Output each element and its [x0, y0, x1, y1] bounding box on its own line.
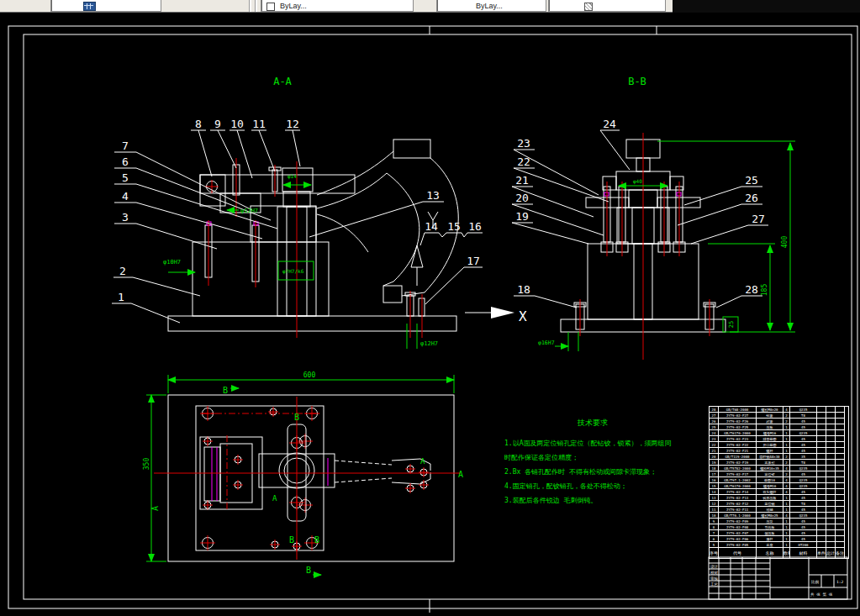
bom-cell: JY79-02-F22 [719, 442, 757, 448]
dim-plan-height: 350 [143, 458, 150, 471]
bom-cell: 1 [783, 436, 790, 442]
bom-cell [826, 530, 836, 536]
bom-header-name: 名称 [757, 548, 783, 558]
technical-note-line: 3.装配后各件锐边 毛刺倒钝。 [504, 493, 685, 508]
bom-cell: 15 [710, 483, 719, 489]
callout-10: 10 [230, 118, 244, 130]
bom-cell [817, 483, 826, 489]
bom-cell [836, 536, 845, 542]
bom-cell [836, 471, 845, 477]
bom-cell: 16 [710, 477, 719, 483]
bom-cell: 12 [710, 501, 719, 507]
bom-cell: JY79-02-F21 [719, 448, 757, 454]
bom-cell: HT200 [790, 542, 817, 548]
bom-cell [817, 436, 826, 442]
bom-header-qty: 数量 [783, 548, 790, 558]
bom-cell [836, 466, 845, 471]
bom-cell: 2 [783, 471, 790, 477]
bom-cell: 24 [710, 430, 719, 436]
plan-mark-a-left: A [150, 506, 160, 511]
callout-4: 4 [122, 190, 129, 203]
callout-25: 25 [745, 174, 758, 187]
bom-cell: 18 [710, 466, 719, 471]
bom-cell: 1 [783, 501, 790, 507]
dim-arm-dia: φ14 [288, 173, 297, 180]
bom-cell: JY79-02-F25 [719, 424, 757, 430]
bom-cell [817, 448, 826, 454]
bom-row: 12JY79-02-F12定位销1T8 [710, 501, 848, 507]
bom-cell: JY79-02-F11 [719, 507, 757, 513]
bom-cell: JY79-02-F26 [719, 419, 757, 424]
bom-cell: JY79-02-F12 [719, 501, 757, 507]
bom-cell: 1 [783, 536, 790, 542]
bom-cell [826, 430, 836, 436]
bom-cell [836, 407, 845, 413]
title-block-sheet-label: 共 张 第 张 [810, 592, 833, 597]
bom-cell [826, 413, 836, 419]
bom-cell: 21 [710, 448, 719, 454]
bom-cell [826, 501, 836, 507]
bom-cell [826, 477, 836, 483]
title-block-audit-label: 审核 [710, 577, 719, 581]
bom-cell: JY79-02-F06 [719, 536, 757, 542]
bom-cell [817, 489, 826, 495]
bom-cell [817, 542, 826, 548]
bom-row: 26JY79-02-F26衬套245 [710, 419, 848, 424]
dim-total-height: 400 [781, 236, 789, 249]
callout-9: 9 [214, 118, 221, 130]
plan-mark-b-inner-bottom: B [289, 535, 294, 545]
bom-cell [836, 530, 845, 536]
bom-cell [817, 419, 826, 424]
bom-cell [817, 477, 826, 483]
bom-cell [836, 542, 845, 548]
bom-row: 25JY79-02-F25压板145 [710, 424, 848, 430]
bom-cell [826, 524, 836, 530]
plan-mark-b-inner-top: B [294, 413, 299, 422]
bom-cell [826, 407, 836, 413]
bom-cell: 45 [790, 471, 817, 477]
bom-cell [836, 519, 845, 524]
callout-15: 15 [447, 220, 461, 233]
bom-row: 8JY79-02-F08导向板145 [710, 524, 848, 530]
bom-cell [836, 448, 845, 454]
bom-cell: 钻套 [757, 413, 783, 419]
title-block-design-label: 设计 [710, 564, 719, 569]
bom-cell: 13 [710, 495, 719, 501]
bom-row: 11JY79-02-F11转轴145 [710, 507, 848, 513]
callout-23: 23 [517, 137, 530, 150]
bom-cell: 垫圈10 [757, 477, 783, 483]
bom-cell: 35 [790, 454, 817, 460]
callout-11: 11 [252, 118, 266, 130]
bom-cell: 20 [710, 454, 719, 460]
bom-cell: T8 [790, 460, 817, 466]
bom-cell: 1 [783, 495, 790, 501]
callout-13: 13 [426, 189, 440, 202]
bom-cell: JY79-02-F27 [719, 413, 757, 419]
bom-cell: 4 [783, 466, 790, 471]
bom-row: 28GB/T68-2000螺钉M8×204Q235 [710, 407, 848, 413]
bom-cell: 压板 [757, 424, 783, 430]
bom-cell [817, 460, 826, 466]
bom-cell: 钩形压板 [757, 495, 783, 501]
bom-cell: 11 [710, 507, 719, 513]
callout-14: 14 [425, 220, 438, 233]
bom-cell [826, 436, 836, 442]
bom-cell [826, 519, 836, 524]
bom-header-unit: 单件 [817, 548, 826, 558]
callout-2: 2 [119, 265, 126, 277]
section-view-a-a: A-A [112, 76, 483, 349]
bom-cell: 4 [783, 513, 790, 519]
bom-cell: 支承钉 [757, 460, 783, 466]
bom-cell: 双头螺柱 [757, 489, 783, 495]
bom-header-code: 代号 [719, 548, 757, 558]
bom-cell: JY79-02-F08 [719, 524, 757, 530]
bom-row: 22JY79-02-F22开口垫圈145 [710, 442, 848, 448]
callout-26: 26 [745, 192, 758, 204]
bom-row: 15GB/T6170-2000螺母M104Q235 [710, 483, 848, 489]
dim-pin-mid: φ12H7 [240, 208, 258, 214]
callout-17: 17 [467, 255, 480, 267]
bom-row: 14JY79-02-F14双头螺柱445 [710, 489, 848, 495]
bom-cell: JY79-02-F14 [719, 489, 757, 495]
bom-cell: 定位销 [757, 501, 783, 507]
bom-cell: 滑柱 [757, 536, 783, 542]
